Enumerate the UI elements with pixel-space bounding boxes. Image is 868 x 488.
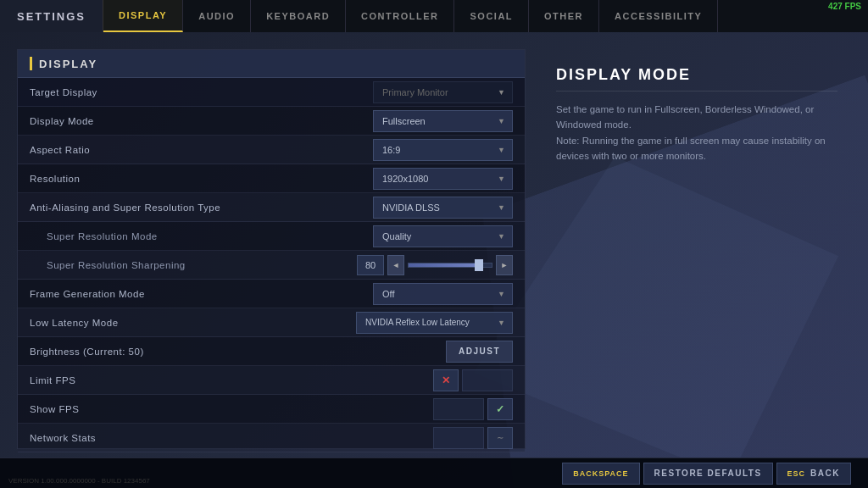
low-latency-dropdown[interactable]: NVIDIA Reflex Low Latency ▼	[356, 312, 513, 334]
version-text: VERSION 1.00.000.0000000 - BUILD 1234567	[8, 477, 150, 485]
limit-fps-toggle[interactable]: ✕	[433, 369, 459, 391]
anti-aliasing-control: NVIDIA DLSS ▼	[364, 197, 513, 219]
network-stats-label: Network Stats	[30, 433, 364, 443]
limit-fps-control: ✕	[364, 369, 513, 391]
low-latency-label: Low Latency Mode	[30, 318, 356, 328]
setting-row-show-fps: Show FPS ✓	[18, 395, 525, 424]
tab-accessibility[interactable]: ACCESSIBILITY	[599, 0, 718, 32]
show-fps-label: Show FPS	[30, 404, 364, 414]
slider-increase-btn[interactable]: ►	[496, 255, 513, 275]
limit-fps-label: Limit FPS	[30, 375, 364, 385]
resolution-dropdown[interactable]: 1920x1080 ▼	[373, 168, 513, 190]
show-fps-toggle[interactable]: ✓	[487, 398, 513, 420]
setting-row-limit-fps: Limit FPS ✕	[18, 366, 525, 395]
super-res-mode-dropdown[interactable]: Quality ▼	[373, 225, 513, 247]
setting-row-super-res-mode: Super Resolution Mode Quality ▼	[18, 222, 525, 251]
panel-header: DISPLAY	[18, 50, 525, 78]
back-key-hint: ESC	[787, 469, 806, 478]
network-stats-control: ∼	[364, 427, 513, 449]
backspace-key-hint: BACKSPACE	[573, 469, 628, 478]
resolution-control: 1920x1080 ▼	[364, 168, 513, 190]
top-nav: SETTINGS DISPLAY AUDIO KEYBOARD CONTROLL…	[0, 0, 868, 32]
info-panel: DISPLAY MODE Set the game to run in Full…	[542, 49, 851, 449]
frame-gen-dropdown[interactable]: Off ▼	[373, 283, 513, 305]
setting-row-brightness: Brightness (Current: 50) ADJUST	[18, 337, 525, 366]
adjust-button[interactable]: ADJUST	[446, 341, 513, 363]
setting-row-display-mode: Display Mode Fullscreen ▼	[18, 107, 525, 136]
tab-other[interactable]: OTHER	[529, 0, 599, 32]
slider-decrease-btn[interactable]: ◄	[387, 255, 404, 275]
setting-row-target-display: Target Display Primary Monitor ▼	[18, 78, 525, 107]
display-settings-panel: DISPLAY Target Display Primary Monitor ▼…	[17, 49, 526, 449]
setting-row-super-res-sharp: Super Resolution Sharpening 80 ◄ ►	[18, 251, 525, 280]
slider-track[interactable]	[408, 263, 492, 268]
network-stats-toggle[interactable]: ∼	[487, 427, 513, 449]
super-res-sharp-control: 80 ◄ ►	[357, 255, 513, 275]
tab-keyboard[interactable]: KEYBOARD	[251, 0, 346, 32]
frame-gen-control: Off ▼	[364, 283, 513, 305]
setting-row-aspect-ratio: Aspect Ratio 16:9 ▼	[18, 136, 525, 164]
setting-row-low-latency: Low Latency Mode NVIDIA Reflex Low Laten…	[18, 308, 525, 337]
target-display-label: Target Display	[30, 87, 364, 97]
anti-aliasing-dropdown[interactable]: NVIDIA DLSS ▼	[373, 197, 513, 219]
slider-fill	[409, 263, 475, 267]
back-button[interactable]: ESC BACK	[776, 463, 851, 485]
panel-header-title: DISPLAY	[39, 58, 97, 70]
restore-defaults-label: RESTORE DEFAULTS	[654, 469, 762, 478]
display-mode-label: Display Mode	[30, 116, 364, 126]
aspect-ratio-dropdown[interactable]: 16:9 ▼	[373, 139, 513, 161]
display-mode-dropdown[interactable]: Fullscreen ▼	[373, 110, 513, 132]
brightness-label: Brightness (Current: 50)	[30, 347, 364, 357]
tab-audio[interactable]: AUDIO	[183, 0, 251, 32]
backspace-button[interactable]: BACKSPACE	[562, 463, 639, 485]
setting-row-network-stats: Network Stats ∼	[18, 424, 525, 452]
target-display-control: Primary Monitor ▼	[364, 81, 513, 103]
slider-control: 80 ◄ ►	[357, 255, 513, 275]
limit-fps-x-icon: ✕	[442, 374, 450, 386]
resolution-label: Resolution	[30, 174, 364, 184]
back-label: BACK	[810, 469, 840, 478]
aspect-ratio-label: Aspect Ratio	[30, 145, 364, 155]
panel-header-accent	[30, 57, 32, 70]
slider-value: 80	[357, 255, 384, 275]
nav-tabs: DISPLAY AUDIO KEYBOARD CONTROLLER SOCIAL…	[103, 0, 718, 32]
low-latency-control: NVIDIA Reflex Low Latency ▼	[356, 312, 513, 334]
brightness-control: ADJUST	[364, 341, 513, 363]
aspect-ratio-control: 16:9 ▼	[364, 139, 513, 161]
show-fps-control: ✓	[364, 398, 513, 420]
show-fps-check-icon: ✓	[496, 403, 504, 415]
tab-controller[interactable]: CONTROLLER	[346, 0, 454, 32]
restore-defaults-button[interactable]: RESTORE DEFAULTS	[643, 463, 773, 485]
target-display-dropdown[interactable]: Primary Monitor ▼	[373, 81, 513, 103]
setting-row-frame-gen: Frame Generation Mode Off ▼	[18, 280, 525, 308]
main-content: DISPLAY Target Display Primary Monitor ▼…	[0, 32, 868, 458]
anti-aliasing-label: Anti-Aliasing and Super Resolution Type	[30, 202, 364, 213]
super-res-sharp-label: Super Resolution Sharpening	[30, 260, 357, 270]
super-res-mode-label: Super Resolution Mode	[30, 231, 364, 241]
frame-gen-label: Frame Generation Mode	[30, 289, 364, 299]
fps-counter: 427 FPS	[828, 2, 861, 11]
display-mode-control: Fullscreen ▼	[364, 110, 513, 132]
slider-thumb[interactable]	[475, 259, 483, 271]
setting-row-resolution: Resolution 1920x1080 ▼	[18, 164, 525, 193]
setting-row-anti-aliasing: Anti-Aliasing and Super Resolution Type …	[18, 193, 525, 222]
info-text: Set the game to run in Fullscreen, Borde…	[556, 102, 837, 164]
settings-title: SETTINGS	[0, 0, 103, 32]
super-res-mode-control: Quality ▼	[364, 225, 513, 247]
tab-display[interactable]: DISPLAY	[103, 0, 183, 32]
info-title: DISPLAY MODE	[556, 66, 837, 92]
settings-list: Target Display Primary Monitor ▼ Display…	[18, 78, 525, 452]
tab-social[interactable]: SOCIAL	[454, 0, 529, 32]
